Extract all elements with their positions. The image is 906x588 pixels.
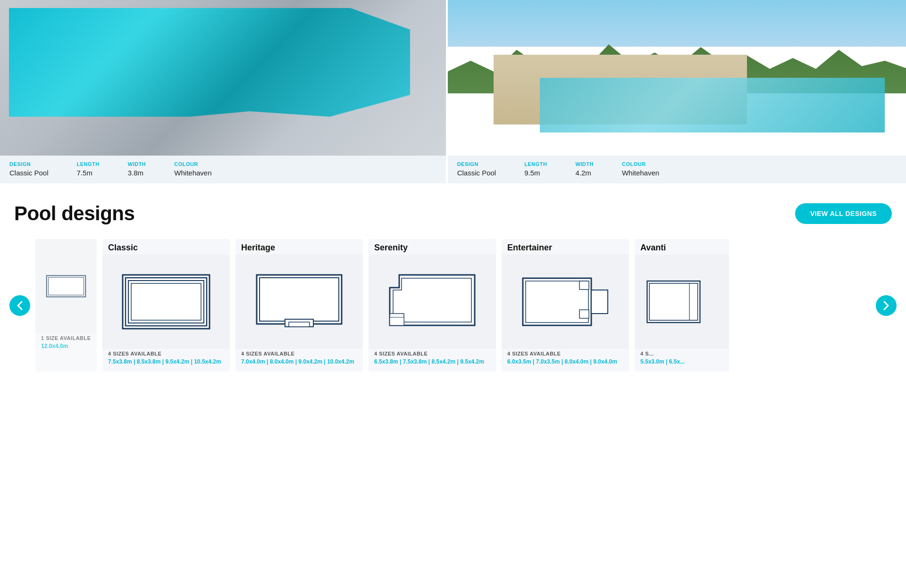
svg-rect-1 bbox=[49, 277, 84, 295]
card-sizes-value-heritage: 7.0x4.0m | 8.0x4.0m | 9.0x4.2m | 10.0x4.… bbox=[235, 356, 363, 372]
svg-rect-18 bbox=[649, 283, 697, 320]
width-label-left: WIDTH bbox=[128, 161, 146, 167]
card-name-classic: Classic bbox=[102, 239, 230, 255]
gallery-item-right bbox=[448, 0, 906, 156]
card-sizes-label-classic: 4 SIZES AVAILABLE bbox=[102, 351, 230, 356]
pool-design-card-0[interactable]: 1 SIZE AVAILABLE 12.0x4.0m bbox=[35, 239, 97, 372]
pool-diagram-svg-serenity bbox=[385, 271, 479, 332]
pool-designs-title: Pool designs bbox=[14, 202, 134, 225]
pool-diagram-svg-0 bbox=[45, 267, 87, 305]
chevron-right-icon bbox=[883, 301, 889, 310]
info-group-length-left: LENGTH 7.5m bbox=[77, 161, 100, 177]
card-sizes-label-avanti: 4 S... bbox=[635, 351, 729, 356]
pool-designs-section: Pool designs VIEW ALL DESIGNS 1 SIZE AVA… bbox=[0, 202, 906, 390]
pool-design-card-classic[interactable]: Classic 4 SIZES AVAILABLE 7.5x3.8m | 8.5… bbox=[102, 239, 230, 372]
pool-diagram-svg-heritage bbox=[252, 271, 346, 332]
colour-value-left: Whitehaven bbox=[174, 169, 211, 177]
pool-diagram-svg-entertainer bbox=[518, 271, 612, 332]
svg-rect-15 bbox=[579, 281, 589, 290]
card-diagram-entertainer bbox=[502, 255, 629, 349]
card-name-avanti: Avanti bbox=[635, 239, 729, 255]
svg-rect-5 bbox=[131, 283, 201, 320]
gallery-item-left bbox=[0, 0, 446, 156]
card-sizes-value-entertainer: 6.0x3.5m | 7.0x3.5m | 8.0x4.0m | 9.0x4.0… bbox=[502, 356, 629, 372]
svg-rect-9 bbox=[289, 322, 310, 327]
card-sizes-label-0: 1 SIZE AVAILABLE bbox=[35, 335, 97, 341]
card-sizes-value-0: 12.0x4.0m bbox=[35, 341, 97, 356]
carousel-next-button[interactable] bbox=[876, 295, 897, 316]
carousel-track: 1 SIZE AVAILABLE 12.0x4.0m Classic 4 SIZ… bbox=[9, 239, 897, 372]
info-group-width-right: WIDTH 4.2m bbox=[575, 161, 594, 177]
svg-rect-16 bbox=[579, 310, 589, 318]
card-diagram-avanti bbox=[635, 255, 729, 349]
info-bar-left: DESIGN Classic Pool LENGTH 7.5m WIDTH 3.… bbox=[0, 156, 446, 183]
width-label-right: WIDTH bbox=[575, 161, 594, 167]
carousel-prev-button[interactable] bbox=[9, 295, 30, 316]
pool-diagram-svg-avanti bbox=[644, 271, 720, 332]
design-value-left: Classic Pool bbox=[9, 169, 49, 177]
svg-rect-7 bbox=[260, 278, 339, 321]
gallery-info-bars: DESIGN Classic Pool LENGTH 7.5m WIDTH 3.… bbox=[0, 156, 906, 183]
pool-water-left bbox=[9, 8, 410, 117]
info-group-design-right: DESIGN Classic Pool bbox=[457, 161, 496, 177]
card-diagram-serenity bbox=[369, 255, 496, 349]
card-sizes-label-entertainer: 4 SIZES AVAILABLE bbox=[502, 351, 629, 356]
colour-value-right: Whitehaven bbox=[622, 169, 659, 177]
chevron-left-icon bbox=[17, 301, 23, 310]
length-value-left: 7.5m bbox=[77, 169, 100, 177]
gallery bbox=[0, 0, 906, 156]
length-label-left: LENGTH bbox=[77, 161, 100, 167]
design-label-left: DESIGN bbox=[9, 161, 49, 167]
card-sizes-value-classic: 7.5x3.8m | 8.5x3.8m | 9.5x4.2m | 10.5x4.… bbox=[102, 356, 230, 372]
card-sizes-value-serenity: 6.5x3.8m | 7.5x3.8m | 8.5x4.2m | 9.5x4.2… bbox=[369, 356, 496, 372]
colour-label-right: COLOUR bbox=[622, 161, 659, 167]
sky-bg bbox=[448, 0, 906, 47]
pool-design-card-entertainer[interactable]: Entertainer 4 SIZES AVAILABLE 6.0x3.5m | bbox=[502, 239, 629, 372]
info-group-design-left: DESIGN Classic Pool bbox=[9, 161, 49, 177]
view-all-designs-button[interactable]: VIEW ALL DESIGNS bbox=[795, 203, 892, 224]
svg-rect-14 bbox=[526, 281, 588, 323]
card-name-heritage: Heritage bbox=[235, 239, 363, 255]
card-diagram-heritage bbox=[235, 255, 363, 349]
width-value-right: 4.2m bbox=[575, 169, 594, 177]
design-label-right: DESIGN bbox=[457, 161, 496, 167]
card-diagram-0 bbox=[35, 239, 97, 333]
length-label-right: LENGTH bbox=[524, 161, 547, 167]
pool-diagram-svg-classic bbox=[119, 271, 213, 332]
pool-design-card-heritage[interactable]: Heritage 4 SIZES AVAILABLE 7.0x4.0m | 8.… bbox=[235, 239, 363, 372]
design-value-right: Classic Pool bbox=[457, 169, 496, 177]
info-group-colour-right: COLOUR Whitehaven bbox=[622, 161, 659, 177]
pool-water-right bbox=[540, 78, 885, 133]
svg-rect-13 bbox=[591, 290, 608, 314]
carousel-container: 1 SIZE AVAILABLE 12.0x4.0m Classic 4 SIZ… bbox=[9, 239, 897, 372]
info-bar-right: DESIGN Classic Pool LENGTH 9.5m WIDTH 4.… bbox=[448, 156, 906, 183]
width-value-left: 3.8m bbox=[128, 169, 146, 177]
svg-rect-11 bbox=[390, 317, 404, 325]
card-name-serenity: Serenity bbox=[369, 239, 496, 255]
info-group-colour-left: COLOUR Whitehaven bbox=[174, 161, 211, 177]
info-group-length-right: LENGTH 9.5m bbox=[524, 161, 547, 177]
length-value-right: 9.5m bbox=[524, 169, 547, 177]
card-sizes-label-serenity: 4 SIZES AVAILABLE bbox=[369, 351, 496, 356]
card-diagram-classic bbox=[102, 255, 230, 349]
card-sizes-value-avanti: 5.5x3.0m | 6.5x... bbox=[635, 356, 729, 372]
card-sizes-label-heritage: 4 SIZES AVAILABLE bbox=[235, 351, 363, 356]
pool-designs-header: Pool designs VIEW ALL DESIGNS bbox=[9, 202, 897, 225]
colour-label-left: COLOUR bbox=[174, 161, 211, 167]
card-name-entertainer: Entertainer bbox=[502, 239, 629, 255]
pool-design-card-avanti[interactable]: Avanti 4 S... 5.5x3.0m | 6.5x... bbox=[635, 239, 729, 372]
pool-design-card-serenity[interactable]: Serenity 4 SIZES AVAILABLE 6.5x3.8m | 7.… bbox=[369, 239, 496, 372]
info-group-width-left: WIDTH 3.8m bbox=[128, 161, 146, 177]
